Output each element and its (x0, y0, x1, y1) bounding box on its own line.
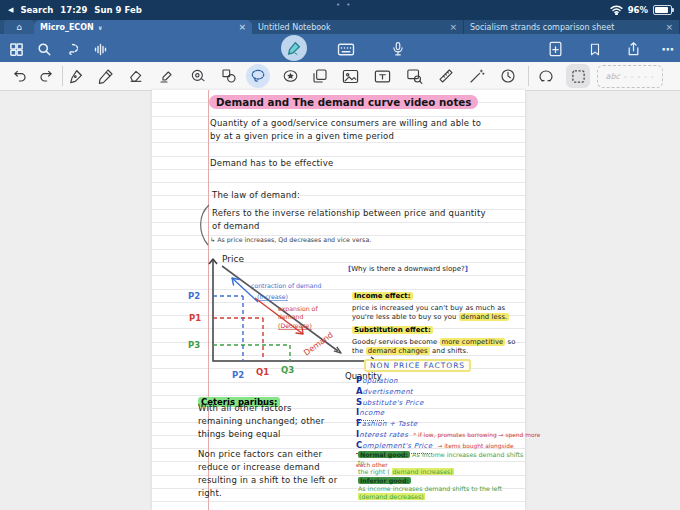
expansion-note-1: expansion of (278, 305, 318, 313)
p1-label: P1 (189, 313, 201, 323)
substitution-effect-block: Substitution effect: Goods/ services bec… (352, 317, 515, 357)
insert-image-icon[interactable] (338, 64, 362, 88)
x3-label: Q3 (281, 365, 294, 375)
p2-label: P2 (188, 291, 200, 301)
contraction-sub: (Increase) (257, 293, 288, 300)
battery-icon (653, 5, 672, 15)
contraction-note: contraction of demand (251, 282, 321, 289)
redo-icon[interactable] (34, 64, 58, 88)
home-button[interactable]: ⌂ (4, 20, 34, 34)
style-preset-abc: abc (606, 72, 620, 81)
tab-label: Micro_ECON (40, 23, 94, 32)
audio-waveform-icon[interactable] (90, 39, 110, 59)
highlighted-demand-increases: demand increases) (392, 468, 454, 475)
back-to-app-icon[interactable]: ◀ (8, 6, 13, 14)
history-clock-icon[interactable] (496, 64, 520, 88)
close-tab-icon[interactable]: × (443, 22, 457, 32)
elements-stamp-icon[interactable] (278, 64, 302, 88)
thumbnails-grid-icon[interactable] (6, 39, 26, 59)
tab-socialism-sheet[interactable]: Socialism strands comparison sheet × (464, 20, 680, 34)
p3-label: P3 (188, 340, 200, 350)
tab-label: Socialism strands comparison sheet (470, 23, 614, 32)
fountain-pen-tool-icon[interactable] (64, 64, 88, 88)
expansion-note-2: demand (278, 313, 303, 320)
demand-curve-label: Demand (302, 330, 335, 357)
microphone-icon[interactable] (388, 39, 408, 59)
list-item: Population (356, 368, 524, 379)
highlighted-demand-decreases: (demand decreases) (358, 493, 425, 500)
income-effect-heading: Income effect: (352, 292, 413, 300)
list-item: Fashion + Taste (356, 411, 524, 422)
list-item: Interest rates * if low, promotes borrow… (356, 422, 524, 434)
add-page-icon[interactable] (545, 39, 565, 59)
selection-mode-icon[interactable] (566, 64, 590, 88)
style-presets-box[interactable]: abc - - - - - (597, 65, 663, 88)
eraser-tool-icon[interactable] (124, 64, 148, 88)
text-box-icon[interactable] (370, 64, 394, 88)
more-options-icon[interactable]: ⋯ (658, 39, 678, 59)
keyboard-icon[interactable] (336, 39, 356, 59)
pen-icon (286, 40, 302, 56)
list-item: Income (356, 400, 524, 411)
substitution-effect-heading: Substitution effect: (352, 326, 433, 334)
lasso-rearrange-icon[interactable] (62, 39, 82, 59)
multitask-indicator[interactable]: • • (336, 1, 352, 9)
law-of-demand-body: Refers to the inverse relationship betwe… (212, 207, 486, 233)
tab-untitled-notebook[interactable]: Untitled Notebook × (252, 20, 464, 34)
zoom-lasso-icon[interactable] (534, 64, 558, 88)
status-time: 17:29 (60, 5, 87, 15)
inferior-good-label: Inferior good: (358, 477, 411, 484)
income-goods-notes: Normal good: As income increases demand … (358, 451, 524, 502)
laser-pointer-icon[interactable] (465, 64, 489, 88)
battery-percentage: 96% (628, 5, 648, 15)
shapes-tool-icon[interactable] (217, 64, 241, 88)
home-icon: ⌂ (16, 22, 22, 32)
bookmark-icon[interactable] (585, 39, 605, 59)
back-to-app-label[interactable]: Search (20, 5, 53, 15)
style-preset-dashes: - - - - - (624, 73, 655, 81)
downward-slope-question: [Why is there a downward slope?] (348, 265, 468, 273)
highlighter-tool-icon[interactable] (155, 64, 179, 88)
law-of-demand-heading: The law of demand: (212, 189, 300, 202)
close-tab-icon[interactable]: × (659, 22, 673, 32)
search-icon[interactable] (34, 39, 54, 59)
share-icon[interactable] (623, 39, 643, 59)
effective-demand-note: Demand has to be effective (210, 157, 333, 170)
tab-strip: ⌂ Micro_ECON ∨ × Untitled Notebook × Soc… (0, 20, 680, 34)
status-date: Sun 9 Feb (94, 5, 141, 15)
chevron-down-icon[interactable]: ∨ (98, 24, 103, 31)
pages-card-icon[interactable] (308, 64, 332, 88)
tab-label: Untitled Notebook (258, 23, 331, 32)
list-item: Advertisement (356, 379, 524, 390)
goodnotes-app-window: ◀ Search 17:29 Sun 9 Feb • • 96% ⌂ Micro… (0, 0, 680, 510)
x1-label: Q1 (256, 367, 269, 377)
x2-label: P2 (232, 370, 244, 380)
y-axis-label: Price (222, 254, 244, 264)
wifi-icon (610, 5, 623, 15)
image-search-icon[interactable] (402, 64, 426, 88)
normal-good-label: Normal good: (358, 451, 410, 458)
status-bar: ◀ Search 17:29 Sun 9 Feb • • 96% (0, 0, 680, 20)
list-item: Substitute's Price (356, 390, 524, 401)
demand-definition: Quantity of a good/service consumers are… (210, 117, 481, 143)
active-pen-tool-button[interactable] (281, 35, 307, 61)
ruler-tool-icon[interactable] (434, 64, 458, 88)
note-title: Demand and The demand curve video notes (209, 91, 478, 110)
non-price-factors-paragraph: Non price factors can either reduce or i… (198, 448, 337, 500)
lasso-tool-icon[interactable] (246, 64, 270, 88)
right-bracket: ] (465, 265, 468, 273)
pencil-tool-icon[interactable] (94, 64, 118, 88)
undo-icon[interactable] (8, 64, 32, 88)
tab-micro-econ[interactable]: Micro_ECON ∨ × (34, 20, 252, 34)
tape-tool-icon[interactable] (186, 64, 210, 88)
ceteris-paribus-body: With all other factors remaining unchang… (198, 402, 324, 441)
highlighted-more-competitive: more competitive (440, 338, 506, 346)
close-tab-icon[interactable]: × (232, 22, 246, 32)
law-sub-note: ↳ As price increases, Qd decreases and v… (210, 236, 371, 243)
expansion-sub: (Decrease) (278, 322, 312, 329)
